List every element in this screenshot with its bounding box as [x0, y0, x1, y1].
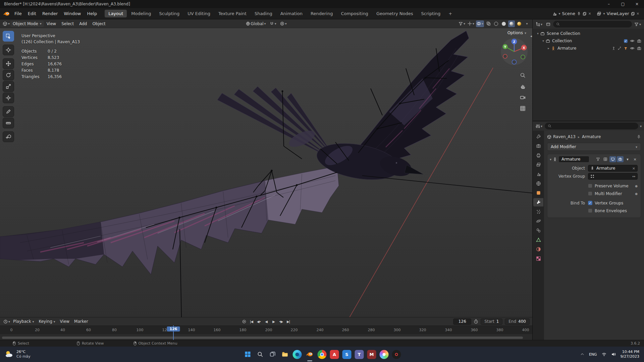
- outliner-editor-dropdown[interactable]: ▾: [535, 21, 543, 27]
- animate-property-dot[interactable]: ●: [635, 184, 638, 188]
- menu-keying[interactable]: Keying ▾: [36, 318, 57, 325]
- photos-button[interactable]: [380, 350, 389, 359]
- cursor-tool[interactable]: [3, 45, 14, 55]
- measure-tool[interactable]: [3, 118, 14, 128]
- jump-to-start-button[interactable]: |◀: [248, 318, 255, 324]
- particles-tab[interactable]: [533, 207, 543, 216]
- auto-keying-toggle[interactable]: [241, 318, 247, 324]
- edge-button[interactable]: [293, 350, 302, 359]
- expand-arrow-icon[interactable]: ▾: [541, 39, 546, 43]
- modifier-name-field[interactable]: Armature: [558, 156, 589, 163]
- tab-scripting[interactable]: Scripting: [418, 10, 444, 17]
- add-workspace-button[interactable]: +: [445, 10, 456, 17]
- remove-viewlayer-icon[interactable]: ×: [637, 12, 639, 15]
- physics-tab[interactable]: [533, 217, 543, 225]
- app-red-button[interactable]: A: [330, 350, 339, 359]
- modifiers-tab[interactable]: [533, 198, 543, 206]
- transform-tool[interactable]: [3, 93, 14, 103]
- constraints-tab[interactable]: [533, 226, 543, 235]
- play-button[interactable]: ▶: [270, 318, 277, 324]
- properties-editor-dropdown[interactable]: ▾: [535, 123, 543, 129]
- modifier-render-toggle[interactable]: [617, 156, 624, 162]
- search-button[interactable]: [256, 350, 265, 359]
- select-box-tool[interactable]: [3, 31, 14, 42]
- add-cube-tool[interactable]: [3, 131, 14, 142]
- camera-view-icon[interactable]: [520, 95, 526, 100]
- material-tab[interactable]: [533, 245, 543, 253]
- file-explorer-button[interactable]: [280, 350, 289, 359]
- wifi-icon[interactable]: [602, 352, 606, 357]
- tool-tab[interactable]: [533, 132, 543, 141]
- collapse-arrow-icon[interactable]: ▸: [546, 47, 551, 50]
- world-tab[interactable]: [533, 179, 543, 188]
- tab-compositing[interactable]: Compositing: [337, 10, 372, 17]
- hide-eye-icon[interactable]: [630, 39, 635, 43]
- options-dropdown[interactable]: Options▾: [505, 30, 529, 36]
- stopwatch-icon[interactable]: [474, 319, 478, 324]
- scene-selector[interactable]: ▾ Scene ×: [550, 10, 593, 17]
- overlays-dropdown[interactable]: ▾: [476, 20, 484, 27]
- vertex-group-field[interactable]: ↔: [588, 173, 638, 180]
- tree-item-scene-collection[interactable]: ▾ Scene Collection: [533, 30, 644, 37]
- start-frame-field[interactable]: Start1: [481, 318, 502, 325]
- outliner-display-mode-dropdown[interactable]: [545, 21, 551, 27]
- viewlayer-tab[interactable]: [533, 161, 543, 169]
- task-view-button[interactable]: [268, 350, 277, 359]
- menu-edit[interactable]: Edit: [25, 10, 39, 17]
- snap-toggle[interactable]: ▾: [269, 20, 277, 27]
- modifier-extras-dropdown[interactable]: ▾: [624, 156, 631, 162]
- n-panel-toggle[interactable]: ◂: [530, 34, 532, 38]
- menu-help[interactable]: Help: [84, 10, 100, 17]
- tab-uv-editing[interactable]: UV Editing: [184, 10, 214, 17]
- object-tab[interactable]: [533, 189, 543, 197]
- preserve-volume-checkbox[interactable]: [588, 184, 592, 188]
- shading-dropdown[interactable]: ▾: [524, 20, 530, 27]
- menu-marker[interactable]: Marker: [72, 318, 90, 325]
- chrome-button[interactable]: [318, 350, 327, 359]
- pan-hand-icon[interactable]: [520, 83, 526, 89]
- menu-view[interactable]: View: [58, 318, 72, 325]
- playhead-frame-badge[interactable]: 126: [167, 326, 180, 331]
- properties-filter-dropdown[interactable]: ▾: [640, 124, 642, 128]
- annotate-tool[interactable]: [3, 106, 14, 117]
- tab-animation[interactable]: Animation: [277, 10, 306, 17]
- shading-wireframe-button[interactable]: [493, 20, 499, 27]
- outliner-filter-dropdown[interactable]: ▾: [634, 21, 642, 27]
- weather-widget[interactable]: 26°C Có mây: [0, 347, 35, 362]
- move-tool[interactable]: [3, 58, 14, 69]
- breadcrumb-object[interactable]: Raven_A13: [547, 134, 576, 139]
- invert-vertex-group-icon[interactable]: ↔: [632, 174, 635, 179]
- proportional-edit-toggle[interactable]: ▾: [279, 20, 287, 27]
- modifier-edit-mode-toggle[interactable]: [595, 156, 601, 162]
- xray-toggle[interactable]: [485, 20, 492, 27]
- close-button[interactable]: ×: [630, 0, 644, 8]
- timeline-ruler[interactable]: 0 20 40 60 80 100 120 140 160 180 200 22…: [0, 325, 532, 334]
- new-scene-icon[interactable]: [583, 12, 587, 16]
- multi-modifier-checkbox[interactable]: [588, 191, 592, 196]
- collection-enable-checkbox[interactable]: ✓: [624, 39, 628, 43]
- timeline-editor-dropdown[interactable]: ▾: [3, 318, 11, 325]
- animate-property-dot[interactable]: ●: [635, 192, 638, 195]
- tab-shading[interactable]: Shading: [251, 10, 276, 17]
- mode-dropdown[interactable]: Object Mode▾: [10, 21, 44, 27]
- vertex-groups-row[interactable]: ✓ Vertex Groups: [588, 201, 638, 205]
- unlink-scene-icon[interactable]: ×: [588, 12, 591, 15]
- next-keyframe-button[interactable]: •▶: [278, 318, 284, 324]
- modifier-realtime-toggle[interactable]: [609, 156, 616, 162]
- modifier-object-field[interactable]: Armature ×: [588, 165, 638, 172]
- render-camera-icon[interactable]: [637, 46, 641, 51]
- viewport-3d[interactable]: ▾ Object Mode▾ View Select Add Object Gl…: [0, 19, 532, 317]
- scale-tool[interactable]: [3, 81, 14, 92]
- pin-icon[interactable]: [637, 135, 641, 139]
- object-data-tab[interactable]: [533, 236, 543, 244]
- start-button[interactable]: [243, 350, 252, 359]
- pin-icon[interactable]: [577, 12, 581, 16]
- volume-icon[interactable]: [611, 352, 616, 357]
- new-viewlayer-icon[interactable]: [631, 12, 635, 16]
- app-dark-button[interactable]: [392, 350, 401, 359]
- tab-sculpting[interactable]: Sculpting: [155, 10, 183, 17]
- tree-item-armature[interactable]: ▸ Armature: [533, 45, 644, 52]
- menu-add[interactable]: Add: [76, 20, 90, 27]
- timeline-track-area[interactable]: [0, 334, 532, 340]
- properties-search[interactable]: [545, 123, 638, 129]
